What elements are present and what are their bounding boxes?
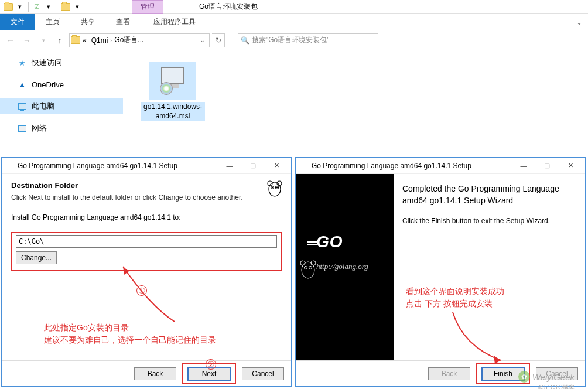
svg-marker-13 — [494, 356, 501, 364]
cancel-button[interactable]: Cancel — [242, 367, 284, 380]
folder-icon[interactable] — [61, 2, 70, 12]
dialog-heading: Destination Folder — [11, 181, 282, 190]
folder-icon — [71, 36, 80, 45]
finish-button[interactable]: Finish — [482, 367, 524, 380]
tab-home[interactable]: 主页 — [35, 14, 70, 30]
ribbon: 文件 主页 共享 查看 应用程序工具 ⌄ — [0, 14, 588, 30]
go-gopher-icon — [299, 161, 308, 170]
back-button[interactable]: Back — [134, 367, 176, 380]
divider — [86, 2, 86, 12]
navigation-row: ← → ▾ ↑ « Q1mi › Go语言... ⌄ ↻ 🔍 搜索"Go语言环境… — [0, 30, 588, 50]
navigation-pane: ★ 快速访问 ▲ OneDrive 此电脑 网络 — [0, 50, 123, 166]
watermark-sub: @51CTO博客 — [538, 384, 575, 389]
up-button[interactable]: ↑ — [53, 33, 67, 47]
installer-dialog-destination: Go Programming Language amd64 go1.14.1 S… — [1, 157, 292, 387]
contextual-tab-header: 管理 — [132, 0, 163, 14]
annotation-arrow — [110, 251, 186, 327]
navitem-this-pc[interactable]: 此电脑 — [0, 98, 123, 114]
tab-share[interactable]: 共享 — [70, 14, 105, 30]
folder-icon[interactable] — [4, 2, 13, 12]
dialog-main: Completed the Go Programming Language am… — [394, 174, 585, 360]
checkbox-icon[interactable]: ☑ — [32, 2, 42, 12]
qat-overflow-icon[interactable]: ▾ — [73, 2, 82, 12]
recent-dropdown-icon[interactable]: ▾ — [36, 33, 50, 47]
install-path-input[interactable] — [16, 235, 277, 248]
navitem-onedrive[interactable]: ▲ OneDrive — [0, 77, 123, 91]
annotation-text: 此处指定Go安装的目录 建议不要为难自己，选择一个自己能记住的目录 — [44, 322, 216, 346]
close-button[interactable]: ✕ — [265, 159, 288, 172]
go-logo-text: ==GO — [306, 233, 343, 251]
search-placeholder: 搜索"Go语言环境安装包" — [252, 35, 330, 45]
maximize-button: ▢ — [241, 159, 265, 172]
search-icon: 🔍 — [241, 36, 249, 45]
dialog-subheading: Click Next to install to the default fol… — [11, 193, 282, 202]
ribbon-expand-icon[interactable]: ⌄ — [576, 18, 582, 26]
dialog-body: Destination Folder Click Next to install… — [2, 174, 291, 360]
file-item[interactable]: go1.14.1.windows-amd64.msi — [141, 62, 205, 155]
dialog-title: Go Programming Language amd64 go1.14.1 S… — [18, 162, 218, 170]
dialog-body: ==GO http://golang.org Completed the Go … — [296, 174, 585, 360]
go-gopher-icon — [5, 161, 14, 170]
annotation-text-line: 点击 下方 按钮完成安装 — [406, 298, 504, 310]
dialog-footer: Back Finish Cancel — [296, 360, 585, 386]
divider — [57, 2, 57, 12]
navitem-label: OneDrive — [32, 80, 64, 89]
contextual-tab-group: 管理 — [132, 0, 163, 14]
dialog-footer: Back Next Cancel — [2, 360, 291, 386]
minimize-button[interactable]: — — [512, 159, 535, 172]
install-to-label: Install Go Programming Language amd64 go… — [11, 213, 282, 221]
logo-go: GO — [316, 233, 343, 251]
cloud-icon: ▲ — [18, 80, 27, 89]
address-dropdown-icon[interactable]: ⌄ — [197, 37, 208, 43]
svg-point-5 — [272, 187, 273, 188]
dialog-titlebar[interactable]: Go Programming Language amd64 go1.14.1 S… — [296, 158, 585, 174]
change-button[interactable]: Change... — [16, 251, 57, 264]
address-segment[interactable]: Q1mi — [89, 36, 111, 45]
explorer-titlebar: ▾ ☑ ▾ ▾ 管理 Go语言环境安装包 — [0, 0, 588, 14]
refresh-button[interactable]: ↻ — [212, 33, 225, 47]
logo-lines: == — [306, 238, 316, 250]
file-name: go1.14.1.windows-amd64.msi — [141, 102, 205, 121]
svg-point-11 — [305, 267, 307, 269]
dialog-titlebar[interactable]: Go Programming Language amd64 go1.14.1 S… — [2, 158, 291, 174]
qat-dropdown-icon[interactable]: ▾ — [15, 2, 25, 12]
installer-sidebar: ==GO http://golang.org — [296, 174, 394, 360]
gopher-sketch-icon — [298, 256, 318, 279]
annotation-text: 看到这个界面说明安装成功 点击 下方 按钮完成安装 — [406, 285, 504, 310]
address-segment[interactable]: Go语言... — [112, 35, 146, 45]
back-button[interactable]: ← — [4, 33, 18, 47]
installer-dialog-completed: Go Programming Language amd64 go1.14.1 S… — [295, 157, 586, 387]
star-icon: ★ — [18, 58, 27, 67]
window-title: Go语言环境安装包 — [199, 2, 258, 12]
address-prefix: « — [80, 36, 89, 45]
navitem-label: 快速访问 — [32, 57, 62, 68]
svg-point-12 — [309, 267, 312, 269]
monitor-icon — [18, 101, 27, 111]
network-icon — [18, 124, 27, 133]
divider — [28, 2, 29, 12]
navitem-label: 网络 — [32, 123, 47, 134]
tab-application-tools[interactable]: 应用程序工具 — [143, 14, 206, 30]
navitem-quick-access[interactable]: ★ 快速访问 — [0, 55, 123, 70]
navitem-network[interactable]: 网络 — [0, 121, 123, 136]
tab-view[interactable]: 查看 — [105, 14, 141, 30]
svg-point-8 — [302, 262, 314, 278]
dialog-heading: Completed the Go Programming Language am… — [402, 183, 577, 206]
address-bar[interactable]: « Q1mi › Go语言... ⌄ — [69, 33, 210, 47]
file-thumbnail — [149, 62, 196, 100]
back-button[interactable]: Back — [428, 367, 470, 380]
minimize-button[interactable]: — — [218, 159, 241, 172]
installer-icon — [159, 67, 187, 95]
cancel-button[interactable]: Cancel — [536, 367, 578, 380]
svg-point-6 — [276, 187, 278, 188]
file-area[interactable]: go1.14.1.windows-amd64.msi — [123, 50, 588, 166]
search-input[interactable]: 🔍 搜索"Go语言环境安装包" — [238, 33, 378, 47]
qat-dropdown-icon[interactable]: ▾ — [44, 2, 53, 12]
quick-access-toolbar: ▾ ☑ ▾ ▾ — [0, 2, 87, 12]
annotation-arrow — [447, 310, 511, 366]
annotation-number-2: ② — [206, 359, 216, 370]
file-tab[interactable]: 文件 — [0, 14, 35, 30]
annotation-text-line: 建议不要为难自己，选择一个自己能记住的目录 — [44, 334, 216, 346]
close-button[interactable]: ✕ — [559, 159, 582, 172]
annotation-text-line: 此处指定Go安装的目录 — [44, 322, 216, 334]
